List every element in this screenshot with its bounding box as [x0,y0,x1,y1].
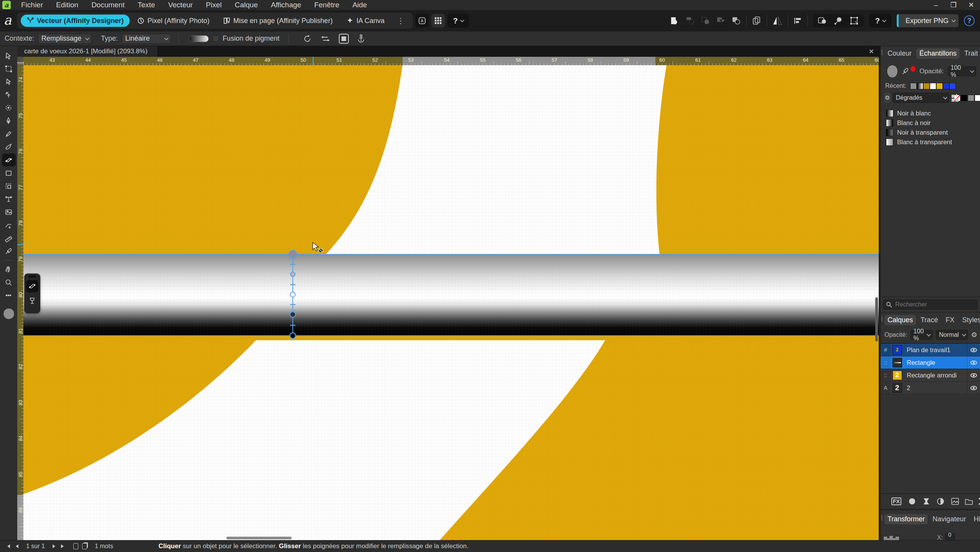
layer-visibility-toggle[interactable] [967,356,980,369]
eyedropper-icon[interactable] [902,67,909,76]
pencil-tool[interactable] [2,127,16,140]
transform-tab-navigateur[interactable]: Navigateur [929,514,969,524]
first-page-icon[interactable] [5,544,11,549]
layers-tab-fx[interactable]: FX [942,315,957,325]
move-tool[interactable] [2,49,16,62]
layer-row-rectangle[interactable]: ::Rectangle [881,356,980,369]
recent-swatch-4[interactable] [936,83,943,89]
swatches-tab-couleur[interactable]: Couleur [884,48,915,59]
current-color-indicator[interactable] [3,308,15,320]
menu-item-fen-tre[interactable]: Fenêtre [308,0,346,10]
layer-name[interactable]: 2 [904,382,967,394]
more-tools[interactable] [2,289,16,302]
gradient-preview-swatch[interactable] [189,35,209,42]
rectangle-tool[interactable] [2,166,16,180]
gradient-preset-noir-transparent[interactable]: Noir à transparent [886,128,980,137]
grid-apps-icon[interactable] [431,14,445,28]
boolean-divide-icon[interactable] [716,16,726,25]
ruler-unit-label[interactable]: mm [17,57,23,65]
layer-name[interactable]: Rectangle [904,356,967,369]
restore-button[interactable]: ❐ [945,0,962,10]
persona-ia-canva[interactable]: IA Canva [340,15,391,27]
place-image-tool[interactable] [2,206,16,219]
point-editor-tool[interactable] [2,219,16,232]
last-page-icon[interactable] [60,544,66,549]
transparency-tool-popout[interactable] [26,295,38,307]
flip-icon[interactable] [772,16,782,25]
menu-item-calque[interactable]: Calque [228,0,264,10]
layer-settings-gear-icon[interactable]: ⚙ [971,331,977,339]
recent-swatch-1[interactable] [917,83,923,89]
vertical-ruler[interactable]: 74757677787980818283848586 [17,57,23,540]
vector-brush-tool[interactable] [2,140,16,153]
next-page-icon[interactable] [52,544,56,549]
pen-tool[interactable] [2,114,16,127]
layer-visibility-toggle[interactable] [967,382,980,394]
menu-item-fichier[interactable]: Fichier [15,0,49,10]
menu-item-vecteur[interactable]: Vecteur [162,0,199,10]
horizontal-scrollbar[interactable] [226,537,292,539]
color-picker-tool[interactable] [2,245,16,258]
layer-name[interactable]: Plan de travail1 [904,344,967,356]
gradient-stop-mid3[interactable] [290,312,295,317]
mask-layer-icon[interactable] [908,498,916,505]
gradient-preset-noir-blanc[interactable]: Noir à blanc [886,109,980,118]
mini-swatch-3[interactable] [975,95,980,101]
translate-icon[interactable]: A [415,14,429,28]
edit-curves-icon[interactable] [818,16,827,25]
recent-swatch-2[interactable] [923,83,930,89]
transform-tab-historique[interactable]: Historique [970,514,980,524]
mesh-warp-tool[interactable] [2,193,16,206]
measure-tool[interactable] [2,232,16,245]
layer-row-2[interactable]: A22 [881,382,980,394]
tab-close-icon[interactable]: ✕ [869,48,874,56]
transform-tab-transformer[interactable]: Transformer [884,514,928,524]
mini-swatch-2[interactable] [968,95,974,101]
fill-gradient-tool[interactable] [2,153,16,166]
point-transform-tool[interactable] [2,101,16,114]
context-select[interactable]: Remplissage [38,34,92,44]
gradient-preset-blanc-transparent[interactable]: Blanc à transparent [886,137,980,147]
gradient-preset-blanc-noir[interactable]: Blanc à noir [886,118,980,128]
layer-visibility-toggle[interactable] [967,344,980,356]
new-group-icon[interactable] [965,498,973,505]
swatch-category-select[interactable]: Dégradés [893,93,949,103]
duplicate-icon[interactable] [752,16,761,25]
vector-crop-tool[interactable] [2,180,16,193]
artboard-tool[interactable] [2,62,16,75]
persona-mise-en-page-affinity-publisher[interactable]: Mise en page (Affinity Publisher) [217,15,339,27]
menu-item-aide[interactable]: Aide [346,0,373,10]
boolean-intersect-icon[interactable] [701,16,710,25]
layers-opacity-select[interactable]: 100 % [911,330,933,340]
mini-swatch-1[interactable] [961,95,967,101]
popout-drag-handle[interactable] [28,275,36,278]
live-filter-icon[interactable] [937,498,944,505]
layer-row-plan-de-travail1[interactable]: #2Plan de travail1 [881,344,980,356]
contour-tool[interactable] [2,88,16,101]
menu-item-texte[interactable]: Texte [131,0,162,10]
blend-mode-select[interactable]: Normal [936,330,968,340]
minimize-button[interactable]: – [927,0,945,10]
node-tool[interactable] [2,75,16,88]
persona-vecteur-affinity-designer[interactable]: Vecteur (Affinity Designer) [21,15,130,27]
gradient-stop-end[interactable] [290,333,296,339]
boolean-combine-icon[interactable] [732,16,741,25]
help-icon[interactable]: ? [964,15,975,26]
swatch-options-gear-icon[interactable]: ⚙ [884,93,890,102]
opacity-select[interactable]: 100 % [948,66,976,76]
boolean-subtract-icon[interactable] [686,16,695,25]
current-fill-swatch[interactable] [887,65,898,78]
fill-gradient-tool-popout[interactable] [26,280,38,292]
swatches-tab-trait[interactable]: Trait [961,48,980,59]
boolean-add-icon[interactable] [670,16,680,25]
layer-fx-icon[interactable]: FX [891,498,901,505]
vertical-scrollbar[interactable] [875,297,878,341]
recent-swatch-3[interactable] [930,83,936,89]
zoom-tool[interactable] [2,276,16,289]
menu-item-document[interactable]: Document [85,0,131,10]
close-button[interactable]: ✕ [962,0,980,10]
layer-visibility-toggle[interactable] [967,369,980,381]
layer-thumbnail[interactable]: 2 [891,369,904,381]
swatches-tab-chantillons[interactable]: Échantillons [916,48,960,59]
search-input[interactable] [895,301,968,308]
